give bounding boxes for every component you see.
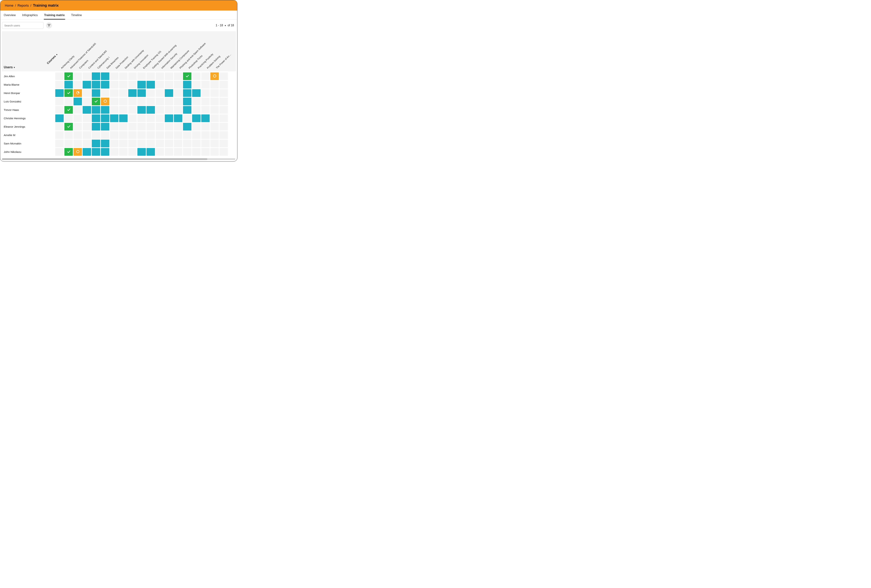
matrix-cell[interactable]: [64, 72, 73, 80]
matrix-cell[interactable]: [220, 89, 228, 97]
matrix-cell[interactable]: [119, 81, 127, 88]
matrix-cell[interactable]: [183, 81, 192, 88]
matrix-cell[interactable]: [128, 98, 137, 105]
matrix-cell[interactable]: [192, 81, 201, 88]
matrix-cell[interactable]: [220, 115, 228, 122]
matrix-cell[interactable]: [73, 148, 82, 156]
matrix-cell[interactable]: [55, 72, 64, 80]
matrix-cell[interactable]: [64, 81, 73, 88]
matrix-cell[interactable]: [201, 89, 210, 97]
user-name[interactable]: Trevor Haas: [1, 108, 55, 112]
matrix-cell[interactable]: [92, 89, 100, 97]
matrix-cell[interactable]: [210, 115, 219, 122]
matrix-cell[interactable]: [119, 98, 127, 105]
matrix-cell[interactable]: [119, 89, 127, 97]
matrix-cell[interactable]: [156, 123, 164, 130]
matrix-cell[interactable]: [101, 81, 109, 88]
matrix-cell[interactable]: [55, 115, 64, 122]
matrix-cell[interactable]: [174, 72, 182, 80]
matrix-cell[interactable]: [110, 89, 118, 97]
user-name[interactable]: Christie Hennings: [1, 117, 55, 120]
matrix-cell[interactable]: [83, 81, 91, 88]
matrix-cell[interactable]: [183, 89, 192, 97]
matrix-cell[interactable]: [55, 89, 64, 97]
matrix-cell[interactable]: [55, 123, 64, 130]
matrix-cell[interactable]: [101, 115, 109, 122]
matrix-cell[interactable]: [220, 148, 228, 156]
matrix-cell[interactable]: [174, 81, 182, 88]
matrix-cell[interactable]: [83, 106, 91, 114]
matrix-cell[interactable]: [110, 148, 118, 156]
matrix-cell[interactable]: [138, 115, 146, 122]
matrix-cell[interactable]: [192, 115, 201, 122]
matrix-cell[interactable]: [220, 72, 228, 80]
matrix-cell[interactable]: [210, 72, 219, 80]
matrix-cell[interactable]: [156, 72, 164, 80]
matrix-cell[interactable]: [83, 148, 91, 156]
matrix-cell[interactable]: [156, 148, 164, 156]
matrix-cell[interactable]: [210, 106, 219, 114]
matrix-cell[interactable]: [192, 72, 201, 80]
matrix-cell[interactable]: [119, 148, 127, 156]
matrix-cell[interactable]: [73, 131, 82, 139]
matrix-cell[interactable]: [55, 131, 64, 139]
matrix-cell[interactable]: [138, 89, 146, 97]
tab-timeline[interactable]: Timeline: [71, 11, 82, 19]
matrix-cell[interactable]: [174, 140, 182, 147]
matrix-cell[interactable]: [220, 131, 228, 139]
breadcrumb-home[interactable]: Home: [5, 4, 13, 7]
matrix-cell[interactable]: [92, 98, 100, 105]
matrix-cell[interactable]: [183, 131, 192, 139]
matrix-cell[interactable]: [156, 131, 164, 139]
matrix-cell[interactable]: [210, 131, 219, 139]
matrix-cell[interactable]: [128, 81, 137, 88]
matrix-cell[interactable]: [101, 89, 109, 97]
matrix-cell[interactable]: [73, 98, 82, 105]
matrix-cell[interactable]: [138, 131, 146, 139]
user-name[interactable]: John Nikolaou: [1, 150, 55, 154]
matrix-cell[interactable]: [183, 106, 192, 114]
matrix-cell[interactable]: [92, 131, 100, 139]
matrix-cell[interactable]: [110, 123, 118, 130]
matrix-cell[interactable]: [138, 81, 146, 88]
matrix-cell[interactable]: [92, 140, 100, 147]
matrix-cell[interactable]: [73, 115, 82, 122]
user-name[interactable]: Maria Blame: [1, 83, 55, 87]
matrix-cell[interactable]: [138, 72, 146, 80]
matrix-cell[interactable]: [73, 72, 82, 80]
matrix-cell[interactable]: [183, 98, 192, 105]
horizontal-scrollbar[interactable]: [2, 158, 235, 160]
matrix-cell[interactable]: [73, 123, 82, 130]
user-name[interactable]: Sam Mcmakin: [1, 142, 55, 145]
tab-infographics[interactable]: Infographics: [22, 11, 38, 19]
breadcrumb-reports[interactable]: Reports: [18, 4, 29, 7]
matrix-cell[interactable]: [64, 115, 73, 122]
matrix-cell[interactable]: [165, 140, 173, 147]
matrix-cell[interactable]: [147, 72, 155, 80]
matrix-cell[interactable]: [210, 140, 219, 147]
matrix-cell[interactable]: [156, 89, 164, 97]
matrix-cell[interactable]: [128, 123, 137, 130]
matrix-scroll[interactable]: Users ▾ Courses ◂ Achieving ClarityAdvan…: [0, 31, 237, 158]
matrix-cell[interactable]: [92, 81, 100, 88]
pagination-range[interactable]: 1 - 18 ▼ of 18: [216, 24, 235, 27]
matrix-cell[interactable]: [110, 106, 118, 114]
filter-button[interactable]: [46, 22, 52, 28]
matrix-cell[interactable]: [174, 89, 182, 97]
matrix-cell[interactable]: [147, 106, 155, 114]
matrix-cell[interactable]: [183, 140, 192, 147]
matrix-cell[interactable]: [73, 81, 82, 88]
matrix-cell[interactable]: [83, 140, 91, 147]
matrix-cell[interactable]: [55, 148, 64, 156]
matrix-cell[interactable]: [147, 140, 155, 147]
matrix-cell[interactable]: [138, 140, 146, 147]
matrix-cell[interactable]: [183, 115, 192, 122]
matrix-cell[interactable]: [201, 115, 210, 122]
matrix-cell[interactable]: [192, 98, 201, 105]
search-input[interactable]: [2, 22, 43, 29]
matrix-cell[interactable]: [55, 81, 64, 88]
matrix-cell[interactable]: [174, 123, 182, 130]
matrix-cell[interactable]: [174, 115, 182, 122]
matrix-cell[interactable]: [201, 72, 210, 80]
scrollbar-thumb[interactable]: [2, 158, 207, 160]
